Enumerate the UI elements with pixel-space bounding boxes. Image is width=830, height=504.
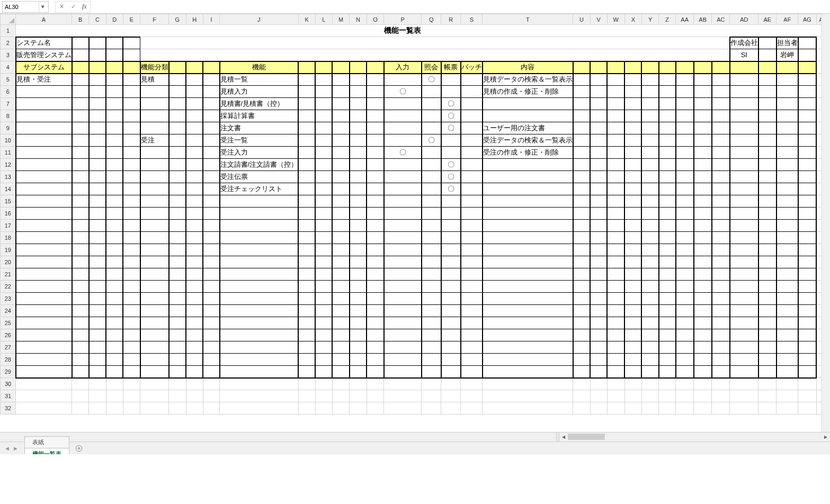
cell[interactable] (777, 183, 798, 195)
cell[interactable] (461, 195, 483, 208)
cell[interactable] (123, 159, 140, 171)
cell[interactable] (758, 195, 777, 208)
cell[interactable] (123, 74, 140, 86)
cell[interactable] (607, 49, 624, 61)
cell[interactable] (758, 159, 777, 171)
cell[interactable] (659, 293, 676, 305)
cell[interactable] (315, 256, 332, 268)
cell[interactable] (659, 354, 676, 366)
cell[interactable]: 採算計算書 (220, 110, 299, 122)
cell[interactable] (441, 49, 461, 61)
cell[interactable]: 見積一覧 (220, 74, 299, 86)
cell[interactable]: 帳票 (441, 61, 461, 74)
cell[interactable] (367, 268, 384, 281)
cell[interactable] (367, 378, 384, 390)
column-header[interactable]: J (220, 14, 299, 25)
cell[interactable] (694, 25, 712, 37)
cell[interactable] (676, 159, 694, 171)
cell[interactable] (89, 171, 106, 183)
cell[interactable] (169, 305, 186, 317)
cell[interactable] (573, 134, 590, 147)
cell[interactable] (607, 256, 624, 268)
cell[interactable] (758, 341, 777, 354)
cell[interactable] (483, 341, 573, 354)
cell[interactable] (203, 134, 219, 147)
cell[interactable] (641, 183, 658, 195)
column-header[interactable]: AB (694, 14, 712, 25)
sheet-tab[interactable]: 表紙 (24, 436, 69, 448)
cell[interactable] (624, 293, 641, 305)
cell[interactable] (659, 98, 676, 110)
cell[interactable] (422, 122, 441, 134)
cell[interactable] (106, 366, 123, 378)
cell[interactable] (106, 86, 123, 98)
cell[interactable] (367, 147, 384, 159)
cell[interactable] (694, 281, 712, 293)
cell[interactable] (441, 195, 461, 208)
cell[interactable] (298, 341, 315, 354)
cell[interactable] (384, 74, 422, 86)
cell[interactable] (72, 61, 89, 74)
cell[interactable] (676, 390, 694, 402)
cell[interactable] (123, 61, 140, 74)
cell[interactable] (332, 317, 350, 329)
cell[interactable] (777, 86, 798, 98)
cell[interactable] (483, 208, 573, 220)
cell[interactable] (123, 98, 140, 110)
cell[interactable] (777, 220, 798, 232)
cell[interactable] (441, 390, 461, 402)
name-box[interactable]: AL30 ▾ (2, 1, 49, 13)
cell[interactable] (203, 293, 219, 305)
cell[interactable] (607, 159, 624, 171)
cell[interactable] (384, 220, 422, 232)
cell[interactable] (332, 354, 350, 366)
cell[interactable] (16, 390, 72, 402)
cell[interactable] (730, 74, 758, 86)
cell[interactable] (72, 390, 89, 402)
cell[interactable] (712, 208, 730, 220)
cell[interactable] (441, 232, 461, 244)
cell[interactable] (123, 134, 140, 147)
cell[interactable] (694, 110, 712, 122)
cell[interactable] (798, 74, 816, 86)
cell[interactable] (758, 171, 777, 183)
cell[interactable] (659, 37, 676, 49)
cell[interactable] (89, 378, 106, 390)
cell[interactable] (298, 220, 315, 232)
cell[interactable] (483, 98, 573, 110)
cell[interactable] (89, 329, 106, 341)
cell[interactable] (315, 110, 332, 122)
cell[interactable] (89, 74, 106, 86)
cell[interactable] (123, 341, 140, 354)
cell[interactable] (422, 390, 441, 402)
cell[interactable] (730, 86, 758, 98)
cell[interactable] (72, 110, 89, 122)
cell[interactable] (16, 220, 72, 232)
cell[interactable] (422, 49, 441, 61)
cell[interactable] (659, 147, 676, 159)
cell[interactable] (106, 232, 123, 244)
cell[interactable] (590, 402, 607, 415)
cell[interactable] (676, 329, 694, 341)
cell[interactable]: 機能一覧表 (384, 25, 422, 37)
cell[interactable] (422, 195, 441, 208)
cell[interactable] (169, 183, 186, 195)
cell[interactable] (798, 402, 816, 415)
column-header[interactable]: AG (798, 14, 816, 25)
cell[interactable] (123, 110, 140, 122)
cell[interactable] (367, 110, 384, 122)
cell[interactable] (798, 37, 816, 49)
cell[interactable] (798, 61, 816, 74)
cell[interactable] (624, 74, 641, 86)
cell[interactable]: 〇 (422, 134, 441, 147)
cell[interactable] (367, 220, 384, 232)
cell[interactable] (72, 256, 89, 268)
cell[interactable] (123, 208, 140, 220)
cell[interactable] (798, 293, 816, 305)
cell[interactable] (169, 268, 186, 281)
cell[interactable] (186, 329, 203, 341)
cell[interactable] (624, 86, 641, 98)
cell[interactable] (106, 37, 123, 49)
row-header[interactable]: 2 (1, 37, 16, 49)
cell[interactable] (607, 122, 624, 134)
